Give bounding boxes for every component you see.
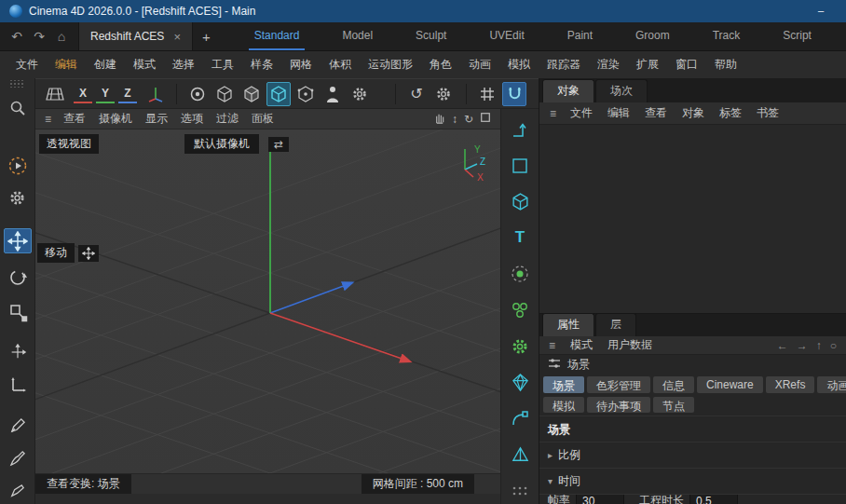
undo-icon[interactable]: ↶ [6, 29, 28, 44]
gear-icon[interactable] [348, 82, 372, 106]
character-icon[interactable] [321, 82, 345, 106]
attribute-manager-tab[interactable]: 层 [595, 313, 636, 336]
close-tab-icon[interactable]: × [173, 30, 181, 44]
new-tab-button[interactable]: + [193, 22, 220, 50]
menu-item[interactable]: 角色 [421, 57, 460, 73]
viewport-menu-icon[interactable]: ≡ [39, 113, 57, 126]
text-tool[interactable]: T [506, 225, 534, 251]
home-icon[interactable]: ⌂ [50, 29, 73, 44]
object-manager-menu-icon[interactable]: ≡ [543, 107, 563, 120]
mode-menu[interactable]: 模式 [565, 337, 598, 353]
layout-tab[interactable]: Model [336, 22, 378, 50]
pen-tool[interactable] [4, 414, 32, 439]
model-mode-button[interactable] [266, 82, 291, 106]
attribute-manager-tab[interactable]: 属性 [542, 313, 594, 336]
reset-transform-icon[interactable]: ↺ [404, 82, 429, 106]
layout-tab[interactable]: UVEdit [484, 22, 529, 50]
layout-tab[interactable]: Track [707, 22, 746, 50]
tweak-tool[interactable] [4, 185, 32, 211]
category-tab[interactable]: 模拟 [543, 397, 584, 414]
menu-item[interactable]: 创建 [86, 57, 125, 73]
axis-lock-button[interactable]: Y [96, 85, 115, 103]
number-input[interactable]: 0.5 [689, 494, 738, 504]
search-icon[interactable]: ○ [830, 339, 837, 352]
menu-item[interactable]: 渲染 [589, 57, 628, 73]
make-editable-button[interactable] [185, 82, 210, 106]
category-tab[interactable]: Cineware [697, 376, 763, 393]
world-axis-icon[interactable] [143, 82, 168, 106]
layout-tab[interactable]: Groom [630, 22, 675, 50]
object-manager-menu-item[interactable]: 文件 [563, 105, 600, 121]
category-tab[interactable]: XRefs [766, 376, 815, 393]
viewport-menu-item[interactable]: 选项 [174, 111, 210, 127]
sketch-pen-tool[interactable] [4, 446, 32, 471]
menu-item[interactable]: 模式 [125, 57, 164, 73]
mode-button[interactable] [239, 82, 264, 106]
layout-tab[interactable]: Standard [249, 22, 306, 50]
menu-item[interactable]: 扩展 [628, 57, 667, 73]
menu-item[interactable]: 样条 [242, 57, 281, 73]
camera-object-tool[interactable] [506, 442, 534, 468]
coordinates-tool[interactable] [506, 116, 534, 143]
mode-button[interactable] [293, 82, 318, 106]
object-manager-menu-item[interactable]: 编辑 [600, 105, 637, 121]
object-list[interactable] [539, 125, 846, 313]
object-manager-menu-item[interactable]: 对象 [675, 105, 712, 121]
attribute-group-header[interactable]: ▸ 比例 [539, 442, 846, 468]
cube-primitive-tool[interactable] [506, 189, 534, 215]
camera-swap-icon[interactable]: ⇄ [268, 137, 289, 152]
mode-button[interactable] [212, 82, 237, 106]
layout-tab[interactable]: Script [777, 22, 817, 50]
history-back-icon[interactable]: ← [777, 339, 788, 352]
scale-tool[interactable] [4, 299, 32, 324]
transform-tool[interactable] [4, 339, 32, 364]
rotate-view-icon[interactable]: ↻ [464, 113, 473, 126]
axis-modify-tool[interactable] [4, 372, 32, 397]
viewport-menu-item[interactable]: 查看 [57, 111, 92, 127]
simulation-tool[interactable] [506, 334, 534, 360]
mograph-cloner-tool[interactable] [506, 297, 534, 323]
attribute-group-header[interactable]: ▾ 时间 [539, 468, 846, 494]
rotate-tool[interactable] [4, 265, 32, 290]
category-tab[interactable]: 色彩管理 [587, 376, 650, 393]
axis-lock-button[interactable]: X [74, 85, 92, 103]
volume-tool[interactable] [506, 370, 534, 396]
category-tab[interactable]: 待办事项 [587, 397, 650, 414]
minimize-button[interactable]: − [805, 5, 837, 19]
pan-hand-icon[interactable] [433, 112, 445, 127]
maximize-view-icon[interactable] [480, 112, 491, 126]
layout-tab[interactable]: Sculpt [410, 22, 452, 50]
viewport-canvas[interactable]: 透视视图 默认摄像机 ⇄ Y Z X 移动 [35, 129, 500, 473]
menu-item[interactable]: 动画 [460, 57, 499, 73]
tool-settings-gear-icon[interactable] [431, 82, 456, 106]
menu-item[interactable]: 文件 [7, 57, 47, 73]
workplane-icon[interactable] [43, 82, 67, 106]
menu-item[interactable]: 运动图形 [360, 57, 421, 73]
object-manager-menu-item[interactable]: 标签 [712, 105, 749, 121]
viewport-menu-item[interactable]: 摄像机 [92, 111, 139, 127]
category-tab[interactable]: 信息 [653, 376, 694, 393]
palette-drag-handle[interactable] [10, 80, 25, 88]
category-tab[interactable]: 节点 [653, 397, 694, 414]
menu-item[interactable]: 模拟 [499, 57, 539, 73]
viewport-menu-item[interactable]: 显示 [139, 111, 174, 127]
object-manager-menu-item[interactable]: 查看 [637, 105, 675, 121]
viewport-menu-item[interactable]: 过滤 [210, 111, 245, 127]
object-manager-tab[interactable]: 场次 [595, 79, 648, 102]
move-tool[interactable] [4, 228, 32, 253]
menu-item[interactable]: 体积 [321, 57, 360, 73]
number-input[interactable]: 30 [576, 494, 624, 504]
interactive-render-tool[interactable] [4, 153, 32, 178]
object-manager-menu-item[interactable]: 书签 [749, 105, 786, 121]
object-manager-tab[interactable]: 对象 [542, 79, 594, 102]
grid-toggle-button[interactable] [475, 82, 499, 106]
view-label[interactable]: 透视视图 [39, 134, 99, 154]
menu-item[interactable]: 帮助 [706, 57, 745, 73]
zoom-view-icon[interactable]: ↕ [452, 113, 457, 126]
menu-item[interactable]: 工具 [203, 57, 242, 73]
layout-tab[interactable]: Paint [562, 22, 598, 50]
menu-item[interactable]: 网格 [281, 57, 321, 73]
category-tab[interactable]: 动画 [817, 376, 846, 393]
spline-pen-tool[interactable] [4, 479, 32, 504]
category-tab[interactable]: 场景 [543, 376, 584, 393]
